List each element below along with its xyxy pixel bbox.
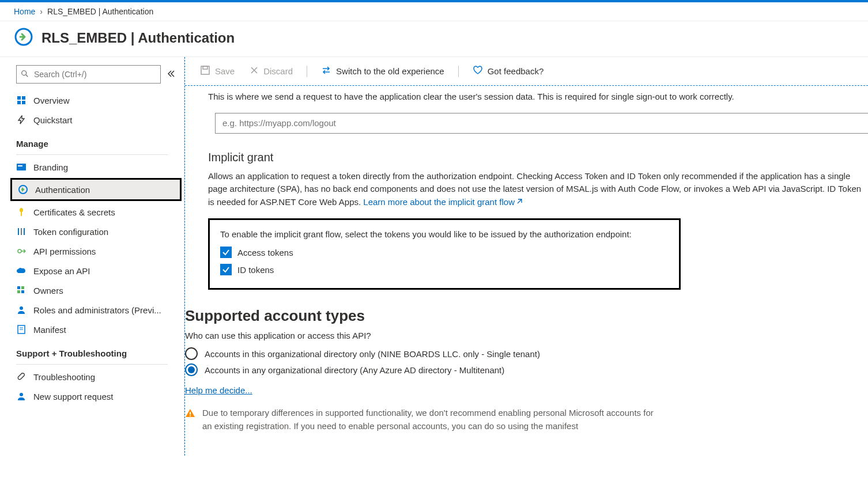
sidebar-item-label: Certificates & secrets <box>33 207 115 217</box>
svg-point-18 <box>20 306 23 310</box>
warning-text: Due to temporary differences in supporte… <box>202 407 658 433</box>
save-icon <box>200 65 210 77</box>
supported-question: Who can use this application or access t… <box>185 331 868 340</box>
sidebar-item-label: Troubleshooting <box>33 372 95 382</box>
implicit-grant-token-box: To enable the implicit grant flow, selec… <box>208 218 681 290</box>
sidebar-item-label: Overview <box>33 96 70 105</box>
toolbar-separator <box>458 66 459 77</box>
feedback-button[interactable]: Got feedback? <box>467 63 550 79</box>
svg-rect-15 <box>21 286 24 289</box>
svg-point-1 <box>22 71 27 75</box>
sidebar-item-api-permissions[interactable]: API permissions <box>0 241 184 261</box>
sidebar-item-manifest[interactable]: Manifest <box>0 320 184 339</box>
implicit-grant-description: Allows an application to request a token… <box>208 170 868 209</box>
sidebar-item-label: API permissions <box>33 247 96 256</box>
save-label: Save <box>215 66 235 76</box>
sidebar-item-label: Owners <box>33 286 63 295</box>
svg-rect-4 <box>22 96 25 100</box>
save-button[interactable]: Save <box>194 63 240 79</box>
checkbox-id-tokens[interactable]: ID tokens <box>220 264 669 275</box>
radio-label: Accounts in this organizational director… <box>205 349 540 359</box>
svg-rect-8 <box>18 165 22 166</box>
collapse-sidebar-icon[interactable] <box>167 69 176 80</box>
discard-button[interactable]: Discard <box>244 63 299 79</box>
support-person-icon <box>16 391 27 401</box>
swap-icon <box>321 65 331 77</box>
implicit-grant-heading: Implicit grant <box>208 151 868 164</box>
svg-rect-24 <box>203 66 207 69</box>
person-icon <box>16 305 27 315</box>
sidebar-item-roles[interactable]: Roles and administrators (Previ... <box>0 300 184 320</box>
sidebar-item-label: Expose an API <box>33 266 90 276</box>
help-me-decide-link[interactable]: Help me decide... <box>185 385 868 395</box>
implicit-grant-learn-more-link[interactable]: Learn more about the implicit grant flow <box>363 197 523 207</box>
owners-icon <box>16 285 27 295</box>
radio-selected-icon <box>185 363 198 376</box>
sidebar-section-manage: Manage <box>0 130 184 152</box>
checkbox-access-tokens[interactable]: Access tokens <box>220 247 669 258</box>
checkbox-label: ID tokens <box>237 265 274 275</box>
svg-rect-6 <box>22 101 25 104</box>
auth-icon <box>18 184 28 195</box>
heart-icon <box>473 65 483 77</box>
breadcrumb-current: RLS_EMBED | Authentication <box>47 7 153 16</box>
warning-icon <box>185 408 195 433</box>
branding-icon <box>16 162 27 172</box>
search-icon <box>21 70 29 79</box>
svg-point-22 <box>20 393 23 396</box>
lightning-icon <box>16 115 27 125</box>
sidebar-item-quickstart[interactable]: Quickstart <box>0 110 184 130</box>
svg-rect-5 <box>17 101 21 104</box>
sidebar-item-new-support[interactable]: New support request <box>0 387 184 406</box>
wrench-icon <box>16 372 27 382</box>
logout-description: This is where we send a request to have … <box>208 90 868 104</box>
sidebar-item-label: Token configuration <box>33 227 108 237</box>
sidebar-item-troubleshooting[interactable]: Troubleshooting <box>0 367 184 387</box>
breadcrumb-home[interactable]: Home <box>14 7 35 16</box>
svg-rect-25 <box>190 412 191 415</box>
api-perm-icon <box>16 246 27 256</box>
radio-single-tenant[interactable]: Accounts in this organizational director… <box>185 347 868 360</box>
sidebar-item-authentication[interactable]: Authentication <box>12 180 180 199</box>
svg-line-2 <box>26 75 28 77</box>
search-input[interactable] <box>16 65 161 84</box>
radio-multitenant[interactable]: Accounts in any organizational directory… <box>185 363 868 376</box>
sidebar-item-certificates[interactable]: Certificates & secrets <box>0 202 184 222</box>
sidebar-item-owners[interactable]: Owners <box>0 281 184 300</box>
sidebar-item-label: Branding <box>33 162 68 172</box>
app-icon <box>14 27 33 48</box>
overview-icon <box>16 95 27 105</box>
svg-rect-14 <box>17 286 20 289</box>
switch-label: Switch to the old experience <box>336 66 444 76</box>
key-icon <box>16 207 27 217</box>
checkbox-checked-icon <box>220 247 232 258</box>
sidebar-item-expose-api[interactable]: Expose an API <box>0 261 184 281</box>
checkbox-checked-icon <box>220 264 232 275</box>
main-content: Save Discard Switch to the old experienc… <box>184 57 868 456</box>
radio-label: Accounts in any organizational directory… <box>205 365 504 375</box>
sidebar-item-branding[interactable]: Branding <box>0 157 184 177</box>
sidebar-item-label: Quickstart <box>33 115 73 125</box>
discard-label: Discard <box>263 66 293 76</box>
chevron-right-icon: › <box>40 7 43 16</box>
token-icon <box>16 226 27 237</box>
page-header: RLS_EMBED | Authentication <box>0 21 868 57</box>
close-icon <box>250 66 259 77</box>
external-link-icon <box>516 196 523 209</box>
sidebar-item-label: New support request <box>33 392 113 401</box>
feedback-label: Got feedback? <box>488 66 544 76</box>
svg-point-13 <box>18 249 21 253</box>
sidebar-item-token-config[interactable]: Token configuration <box>0 222 184 241</box>
svg-rect-3 <box>17 96 21 100</box>
switch-experience-button[interactable]: Switch to the old experience <box>315 63 450 79</box>
sidebar-search[interactable] <box>16 65 161 84</box>
breadcrumb: Home › RLS_EMBED | Authentication <box>0 2 868 21</box>
svg-rect-16 <box>17 290 20 293</box>
checkbox-label: Access tokens <box>237 248 293 257</box>
sidebar-section-support: Support + Troubleshooting <box>0 339 184 362</box>
sidebar: Overview Quickstart Manage Branding Auth… <box>0 57 184 456</box>
logout-url-input[interactable] <box>215 113 868 134</box>
sidebar-item-overview[interactable]: Overview <box>0 90 184 110</box>
implicit-enable-text: To enable the implicit grant flow, selec… <box>220 228 669 241</box>
svg-rect-7 <box>17 164 26 170</box>
